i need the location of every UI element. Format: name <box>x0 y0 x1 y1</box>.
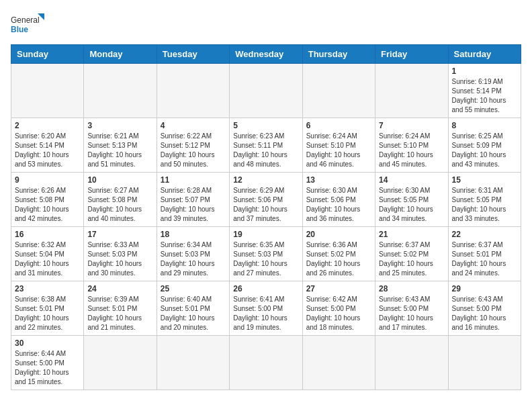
day-number-21: 21 <box>379 230 444 239</box>
day-number-6: 6 <box>306 121 371 130</box>
calendar-cell-38 <box>230 336 302 390</box>
day-info-16: Sunrise: 6:32 AM Sunset: 5:04 PM Dayligh… <box>15 240 80 278</box>
day-number-14: 14 <box>379 175 444 185</box>
calendar-cell-3 <box>230 64 302 118</box>
day-info-27: Sunrise: 6:42 AM Sunset: 5:00 PM Dayligh… <box>306 295 371 332</box>
day-number-19: 19 <box>233 230 298 239</box>
weekday-header-saturday: Saturday <box>448 45 521 64</box>
calendar-row-2: 2Sunrise: 6:20 AM Sunset: 5:14 PM Daylig… <box>11 118 521 173</box>
day-info-25: Sunrise: 6:40 AM Sunset: 5:01 PM Dayligh… <box>161 295 226 332</box>
day-number-8: 8 <box>452 121 517 130</box>
day-number-9: 9 <box>15 175 80 185</box>
calendar-cell-35: 30Sunrise: 6:44 AM Sunset: 5:00 PM Dayli… <box>11 336 84 390</box>
day-number-5: 5 <box>233 121 298 130</box>
calendar-cell-25: 20Sunrise: 6:36 AM Sunset: 5:02 PM Dayli… <box>302 227 375 281</box>
day-info-5: Sunrise: 6:23 AM Sunset: 5:11 PM Dayligh… <box>233 132 298 169</box>
day-info-9: Sunrise: 6:26 AM Sunset: 5:08 PM Dayligh… <box>15 186 80 224</box>
calendar-cell-0 <box>11 64 84 118</box>
calendar-cell-31: 26Sunrise: 6:41 AM Sunset: 5:00 PM Dayli… <box>230 281 302 336</box>
weekday-header-thursday: Thursday <box>302 45 375 64</box>
calendar-cell-2 <box>157 64 229 118</box>
day-number-25: 25 <box>161 284 226 293</box>
day-info-19: Sunrise: 6:35 AM Sunset: 5:03 PM Dayligh… <box>233 240 298 278</box>
day-number-24: 24 <box>87 284 152 293</box>
day-info-28: Sunrise: 6:43 AM Sunset: 5:00 PM Dayligh… <box>379 295 444 332</box>
calendar-cell-27: 22Sunrise: 6:37 AM Sunset: 5:01 PM Dayli… <box>448 227 521 281</box>
day-info-24: Sunrise: 6:39 AM Sunset: 5:01 PM Dayligh… <box>87 295 152 332</box>
day-info-30: Sunrise: 6:44 AM Sunset: 5:00 PM Dayligh… <box>15 349 80 387</box>
day-info-17: Sunrise: 6:33 AM Sunset: 5:03 PM Dayligh… <box>87 240 152 278</box>
calendar-cell-26: 21Sunrise: 6:37 AM Sunset: 5:02 PM Dayli… <box>375 227 448 281</box>
day-number-23: 23 <box>15 284 80 293</box>
svg-text:General: General <box>11 15 40 25</box>
calendar-cell-7: 2Sunrise: 6:20 AM Sunset: 5:14 PM Daylig… <box>11 118 84 173</box>
day-number-16: 16 <box>15 230 80 239</box>
page-header: General Blue <box>11 11 521 38</box>
day-number-3: 3 <box>87 121 152 130</box>
calendar-table: SundayMondayTuesdayWednesdayThursdayFrid… <box>11 44 521 390</box>
weekday-header-row: SundayMondayTuesdayWednesdayThursdayFrid… <box>11 45 521 64</box>
calendar-cell-23: 18Sunrise: 6:34 AM Sunset: 5:03 PM Dayli… <box>157 227 229 281</box>
day-info-26: Sunrise: 6:41 AM Sunset: 5:00 PM Dayligh… <box>233 295 298 332</box>
day-info-14: Sunrise: 6:30 AM Sunset: 5:05 PM Dayligh… <box>379 186 444 224</box>
weekday-header-monday: Monday <box>84 45 157 64</box>
day-info-15: Sunrise: 6:31 AM Sunset: 5:05 PM Dayligh… <box>452 186 517 224</box>
calendar-cell-24: 19Sunrise: 6:35 AM Sunset: 5:03 PM Dayli… <box>230 227 302 281</box>
day-number-28: 28 <box>379 284 444 293</box>
weekday-header-friday: Friday <box>375 45 448 64</box>
weekday-header-wednesday: Wednesday <box>230 45 302 64</box>
svg-text:Blue: Blue <box>11 25 28 34</box>
day-number-7: 7 <box>379 121 444 130</box>
calendar-cell-10: 5Sunrise: 6:23 AM Sunset: 5:11 PM Daylig… <box>230 118 302 173</box>
day-info-18: Sunrise: 6:34 AM Sunset: 5:03 PM Dayligh… <box>161 240 226 278</box>
calendar-cell-5 <box>375 64 448 118</box>
calendar-cell-41 <box>448 336 521 390</box>
day-number-17: 17 <box>87 230 152 239</box>
day-number-26: 26 <box>233 284 298 293</box>
day-info-23: Sunrise: 6:38 AM Sunset: 5:01 PM Dayligh… <box>15 295 80 332</box>
calendar-cell-20: 15Sunrise: 6:31 AM Sunset: 5:05 PM Dayli… <box>448 173 521 227</box>
calendar-cell-22: 17Sunrise: 6:33 AM Sunset: 5:03 PM Dayli… <box>84 227 157 281</box>
calendar-cell-15: 10Sunrise: 6:27 AM Sunset: 5:08 PM Dayli… <box>84 173 157 227</box>
calendar-cell-9: 4Sunrise: 6:22 AM Sunset: 5:12 PM Daylig… <box>157 118 229 173</box>
day-info-3: Sunrise: 6:21 AM Sunset: 5:13 PM Dayligh… <box>87 132 152 169</box>
calendar-cell-33: 28Sunrise: 6:43 AM Sunset: 5:00 PM Dayli… <box>375 281 448 336</box>
day-number-13: 13 <box>306 175 371 185</box>
calendar-cell-11: 6Sunrise: 6:24 AM Sunset: 5:10 PM Daylig… <box>302 118 375 173</box>
day-number-10: 10 <box>87 175 152 185</box>
calendar-cell-19: 14Sunrise: 6:30 AM Sunset: 5:05 PM Dayli… <box>375 173 448 227</box>
calendar-cell-17: 12Sunrise: 6:29 AM Sunset: 5:06 PM Dayli… <box>230 173 302 227</box>
logo: General Blue <box>11 11 44 38</box>
day-info-1: Sunrise: 6:19 AM Sunset: 5:14 PM Dayligh… <box>452 77 517 115</box>
calendar-cell-30: 25Sunrise: 6:40 AM Sunset: 5:01 PM Dayli… <box>157 281 229 336</box>
day-number-15: 15 <box>452 175 517 185</box>
calendar-cell-21: 16Sunrise: 6:32 AM Sunset: 5:04 PM Dayli… <box>11 227 84 281</box>
day-number-20: 20 <box>306 230 371 239</box>
day-info-2: Sunrise: 6:20 AM Sunset: 5:14 PM Dayligh… <box>15 132 80 169</box>
day-number-11: 11 <box>161 175 226 185</box>
calendar-cell-1 <box>84 64 157 118</box>
logo-svg: General Blue <box>11 11 44 38</box>
calendar-cell-34: 29Sunrise: 6:43 AM Sunset: 5:00 PM Dayli… <box>448 281 521 336</box>
calendar-cell-14: 9Sunrise: 6:26 AM Sunset: 5:08 PM Daylig… <box>11 173 84 227</box>
day-info-13: Sunrise: 6:30 AM Sunset: 5:06 PM Dayligh… <box>306 186 371 224</box>
day-number-4: 4 <box>161 121 226 130</box>
calendar-cell-32: 27Sunrise: 6:42 AM Sunset: 5:00 PM Dayli… <box>302 281 375 336</box>
day-number-12: 12 <box>233 175 298 185</box>
calendar-cell-4 <box>302 64 375 118</box>
calendar-cell-6: 1Sunrise: 6:19 AM Sunset: 5:14 PM Daylig… <box>448 64 521 118</box>
day-number-18: 18 <box>161 230 226 239</box>
calendar-cell-39 <box>302 336 375 390</box>
day-info-10: Sunrise: 6:27 AM Sunset: 5:08 PM Dayligh… <box>87 186 152 224</box>
calendar-row-6: 30Sunrise: 6:44 AM Sunset: 5:00 PM Dayli… <box>11 336 521 390</box>
calendar-row-5: 23Sunrise: 6:38 AM Sunset: 5:01 PM Dayli… <box>11 281 521 336</box>
calendar-row-3: 9Sunrise: 6:26 AM Sunset: 5:08 PM Daylig… <box>11 173 521 227</box>
day-info-6: Sunrise: 6:24 AM Sunset: 5:10 PM Dayligh… <box>306 132 371 169</box>
day-number-2: 2 <box>15 121 80 130</box>
calendar-cell-18: 13Sunrise: 6:30 AM Sunset: 5:06 PM Dayli… <box>302 173 375 227</box>
calendar-cell-12: 7Sunrise: 6:24 AM Sunset: 5:10 PM Daylig… <box>375 118 448 173</box>
calendar-cell-16: 11Sunrise: 6:28 AM Sunset: 5:07 PM Dayli… <box>157 173 229 227</box>
calendar-cell-29: 24Sunrise: 6:39 AM Sunset: 5:01 PM Dayli… <box>84 281 157 336</box>
calendar-cell-28: 23Sunrise: 6:38 AM Sunset: 5:01 PM Dayli… <box>11 281 84 336</box>
calendar-cell-37 <box>157 336 229 390</box>
